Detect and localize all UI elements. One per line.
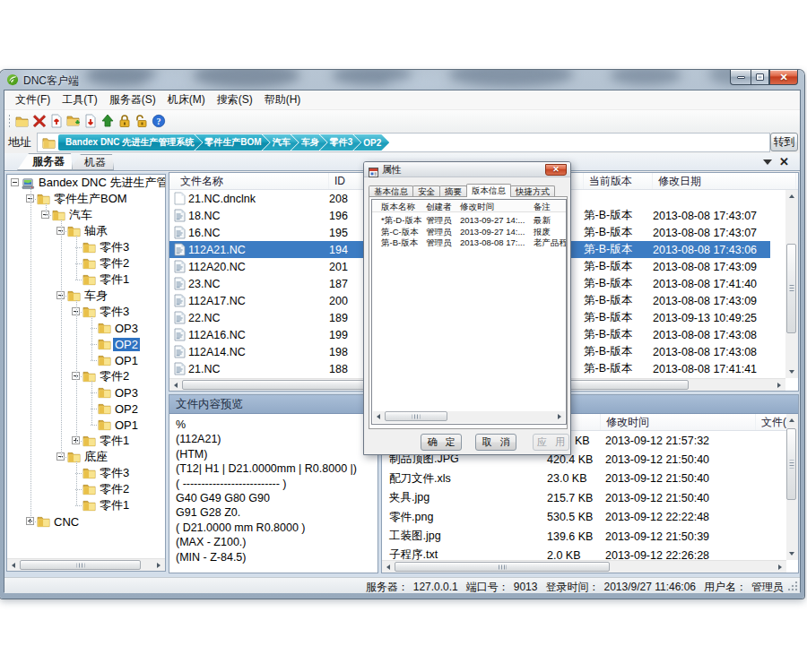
help-icon[interactable]: ?: [152, 114, 166, 128]
toolbar-grip[interactable]: [8, 114, 11, 128]
scrollbar-arrow-button[interactable]: [8, 560, 19, 571]
related-name-cell: 夹具.jpg: [389, 490, 430, 505]
scrollbar-thumb[interactable]: [385, 411, 447, 421]
dialog-column-header-4[interactable]: 备注: [534, 202, 551, 213]
view-tab-2[interactable]: 机器: [69, 154, 114, 170]
scrollbar-arrow-button[interactable]: [170, 380, 181, 391]
close-button[interactable]: ✕: [769, 70, 798, 85]
dialog-titlebar[interactable]: 属性 ✕: [364, 162, 570, 177]
menu-item-1[interactable]: 工具(T): [58, 90, 100, 110]
dialog-tab-4[interactable]: 版本信息: [466, 184, 511, 197]
view-tab-1[interactable]: 服务器: [17, 153, 73, 170]
file-name-cell: 112A17.NC: [188, 295, 246, 307]
collapse-icon[interactable]: [11, 178, 19, 186]
version-row[interactable]: *第-D-版本管理员2013-09-27 14:...最新: [372, 215, 566, 227]
scrollbar-arrow-button[interactable]: [373, 411, 384, 422]
related-file-row[interactable]: 夹具.jpg215.7 KB2013-09-12 21:50:40: [382, 488, 786, 507]
preview-panel: 文件内容预览 % (112A21) (HTM) (T12| H1 | D21.0…: [169, 394, 378, 573]
related-file-row[interactable]: 零件.png530.5 KB2013-09-12 22:22:48: [382, 508, 786, 527]
ok-button[interactable]: 确 定: [421, 434, 462, 451]
titlebar[interactable]: DNC客户端 ✕: [0, 70, 804, 90]
menu-item-2[interactable]: 服务器(S): [106, 90, 160, 110]
related-files-vscrollbar[interactable]: [786, 414, 798, 560]
menu-item-3[interactable]: 机床(M): [164, 90, 209, 110]
scrollbar-thumb[interactable]: [395, 562, 610, 572]
file-name-cell: 23.NC: [188, 278, 220, 290]
scrollbar-grip-icon: [789, 461, 794, 469]
unlock-icon[interactable]: [134, 114, 149, 128]
scroll-arrow-icon: [789, 418, 794, 422]
breadcrumb-segment[interactable]: Bandex DNC 先进生产管理系统: [58, 134, 202, 151]
column-header-3[interactable]: 当前版本: [584, 173, 653, 189]
menu-item-5[interactable]: 帮助(H): [261, 90, 305, 110]
dialog-column-header-1[interactable]: 版本名称: [381, 202, 415, 213]
minimize-icon: [737, 76, 745, 79]
nc-file-icon: [174, 362, 186, 375]
dialog-table-hscrollbar[interactable]: [373, 411, 565, 423]
lock-icon[interactable]: [117, 114, 132, 128]
menu-item-4[interactable]: 搜索(S): [213, 90, 256, 110]
scroll-arrow-icon: [789, 370, 794, 374]
upload-file-icon[interactable]: [49, 114, 64, 128]
file-list-vscrollbar[interactable]: [785, 190, 798, 378]
upload-arrow-icon[interactable]: [100, 114, 115, 128]
scrollbar-arrow-button[interactable]: [554, 411, 565, 422]
column-header-4[interactable]: 修改日期: [653, 173, 796, 189]
go-button[interactable]: 转到: [770, 133, 798, 151]
version-row[interactable]: 第-C-版本管理员2013-09-27 14:...报废: [372, 227, 566, 238]
folder-icon: [82, 483, 96, 495]
minimize-button[interactable]: [730, 70, 751, 85]
scrollbar-thumb[interactable]: [20, 560, 141, 570]
related-files-hscrollbar[interactable]: [382, 560, 786, 573]
maximize-button[interactable]: [751, 70, 769, 85]
tree-hscrollbar[interactable]: [7, 558, 165, 571]
file-date-cell: 2013-08-08 17:43:06: [653, 244, 757, 256]
folder-icon: [82, 273, 96, 286]
related-size-cell: 139.6 KB: [547, 530, 593, 543]
scrollbar-thumb[interactable]: [786, 428, 796, 500]
maximize-icon: [756, 73, 764, 81]
scrollbar-arrow-button[interactable]: [786, 548, 797, 559]
send-folder-icon[interactable]: [66, 114, 81, 128]
version-cell: 2013-09-27 14:...: [460, 215, 525, 225]
related-file-row[interactable]: 工装图.jpg139.6 KB2013-09-12 21:50:39: [382, 527, 786, 546]
dialog-column-header-3[interactable]: 修改时间: [460, 202, 494, 213]
scrollbar-thumb[interactable]: [786, 244, 796, 333]
cancel-button[interactable]: 取 消: [475, 434, 516, 451]
scrollbar-arrow-button[interactable]: [153, 560, 164, 571]
breadcrumb-segment[interactable]: 零件生产BOM: [195, 134, 269, 151]
tree-node-label: OP2: [113, 402, 140, 416]
column-header-1[interactable]: 文件名称: [175, 173, 329, 189]
version-cell: 报废: [534, 227, 551, 238]
app-icon: [6, 73, 19, 86]
chevron-down-icon[interactable]: [763, 159, 772, 165]
related-time-cell: 2013-09-12 22:22:48: [605, 511, 709, 523]
address-field[interactable]: Bandex DNC 先进生产管理系统零件生产BOM汽车车身零件3OP2: [37, 133, 770, 152]
related-file-row[interactable]: 子程序.txt2.0 KB2013-09-12 22:26:28: [382, 546, 786, 560]
folder-icon: [98, 338, 111, 350]
scrollbar-arrow-button[interactable]: [786, 191, 797, 202]
file-name-cell: 112A16.NC: [188, 329, 246, 341]
dialog-title: 属性: [382, 163, 402, 177]
dialog-column-header-2[interactable]: 创建者: [426, 202, 452, 213]
related-column-header-2[interactable]: 修改时间: [601, 414, 756, 430]
scrollbar-grip-icon: [76, 563, 84, 567]
resize-grip[interactable]: [788, 582, 798, 591]
file-date-cell: 2013-09-13 10:49:25: [653, 312, 757, 324]
folder-icon: [82, 241, 96, 254]
scrollbar-arrow-button[interactable]: [775, 562, 785, 573]
dialog-close-button[interactable]: ✕: [545, 164, 567, 176]
new-folder-icon[interactable]: [15, 114, 30, 128]
version-cell: *第-D-版本: [381, 215, 421, 227]
file-date-cell: 2013-08-08 17:43:09: [653, 295, 757, 307]
menu-item-0[interactable]: 文件(F): [12, 90, 54, 110]
delete-icon[interactable]: [32, 114, 47, 128]
version-row[interactable]: 第-B-版本管理员2013-08-08 17:...老产品程序: [372, 237, 566, 249]
scrollbar-arrow-button[interactable]: [774, 380, 785, 391]
scrollbar-arrow-button[interactable]: [383, 562, 394, 573]
related-file-row[interactable]: 配刀文件.xls23.0 KB2013-09-12 21:50:40: [382, 470, 786, 488]
download-file-icon[interactable]: [83, 114, 98, 128]
file-date-cell: 2013-08-08 17:43:08: [653, 346, 757, 358]
scrollbar-arrow-button[interactable]: [786, 415, 797, 426]
scrollbar-arrow-button[interactable]: [786, 366, 797, 377]
